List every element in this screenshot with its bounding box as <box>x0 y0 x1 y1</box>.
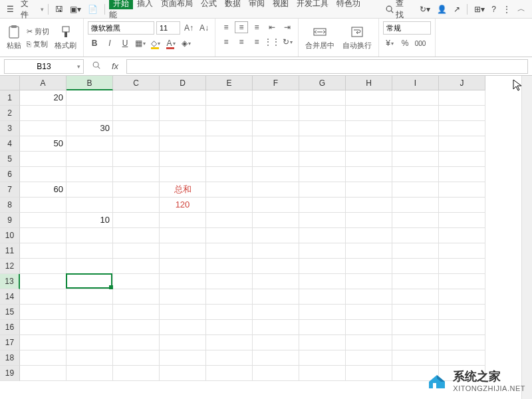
cell-J11[interactable] <box>439 243 485 259</box>
cell-B16[interactable] <box>66 320 113 335</box>
share-icon[interactable]: 👤 <box>434 3 450 15</box>
cell-A15[interactable] <box>20 305 66 320</box>
cell-B9[interactable]: 10 <box>66 213 113 228</box>
cell-H9[interactable] <box>346 213 392 228</box>
cell-E5[interactable] <box>206 152 253 167</box>
cell-A5[interactable] <box>20 152 66 167</box>
col-header-E[interactable]: E <box>206 76 253 90</box>
cell-F10[interactable] <box>253 228 299 243</box>
cell-I1[interactable] <box>392 90 439 106</box>
cell-C10[interactable] <box>113 228 160 243</box>
cell-J12[interactable] <box>439 259 485 274</box>
cell-B19[interactable] <box>66 366 113 381</box>
align-center-icon[interactable]: ≡ <box>235 36 248 48</box>
tab-3[interactable]: 公式 <box>197 0 221 9</box>
row-header-14[interactable]: 14 <box>0 289 20 305</box>
row-header-11[interactable]: 11 <box>0 243 20 259</box>
cell-H3[interactable] <box>346 121 392 136</box>
align-middle-icon[interactable]: ≡ <box>235 21 248 33</box>
cell-E1[interactable] <box>206 90 253 106</box>
tab-0[interactable]: 开始 <box>109 0 133 9</box>
tab-4[interactable]: 数据 <box>221 0 245 9</box>
cell-D16[interactable] <box>160 320 206 335</box>
cell-B1[interactable] <box>66 90 113 106</box>
tab-5[interactable]: 审阅 <box>245 0 269 9</box>
cell-D3[interactable] <box>160 121 206 136</box>
cell-G19[interactable] <box>299 366 346 381</box>
cell-B10[interactable] <box>66 228 113 243</box>
cell-H10[interactable] <box>346 228 392 243</box>
search-fx-icon[interactable] <box>89 61 104 72</box>
cell-H14[interactable] <box>346 289 392 305</box>
increase-font-icon[interactable]: A↑ <box>182 22 196 34</box>
copy-button[interactable]: ⎘复制 <box>27 39 49 49</box>
cell-F13[interactable] <box>253 274 299 289</box>
cell-D13[interactable] <box>160 274 206 289</box>
cell-I10[interactable] <box>392 228 439 243</box>
cell-E10[interactable] <box>206 228 253 243</box>
border-button[interactable]: ▦ <box>134 37 147 49</box>
cell-B18[interactable] <box>66 350 113 366</box>
cell-F14[interactable] <box>253 289 299 305</box>
cell-H1[interactable] <box>346 90 392 106</box>
cell-A4[interactable]: 50 <box>20 136 66 152</box>
row-header-10[interactable]: 10 <box>0 228 20 243</box>
save-icon[interactable]: 🖫 <box>53 3 66 15</box>
cell-A3[interactable] <box>20 121 66 136</box>
cell-H13[interactable] <box>346 274 392 289</box>
cell-B7[interactable] <box>66 182 113 198</box>
cell-A11[interactable] <box>20 243 66 259</box>
cell-H6[interactable] <box>346 167 392 182</box>
number-format-select[interactable] <box>383 21 431 35</box>
cell-I17[interactable] <box>392 335 439 350</box>
cell-B8[interactable] <box>66 198 113 213</box>
col-header-F[interactable]: F <box>253 76 299 90</box>
cell-J6[interactable] <box>439 167 485 182</box>
row-header-7[interactable]: 7 <box>0 182 20 198</box>
cell-E11[interactable] <box>206 243 253 259</box>
col-header-D[interactable]: D <box>160 76 206 90</box>
cut-button[interactable]: ✂剪切 <box>27 27 49 37</box>
cell-A7[interactable]: 60 <box>20 182 66 198</box>
tab-7[interactable]: 开发工具 <box>293 0 332 9</box>
row-header-15[interactable]: 15 <box>0 305 20 320</box>
orientation-icon[interactable]: ↻ <box>281 36 294 48</box>
col-header-B[interactable]: B <box>66 76 113 90</box>
cell-F3[interactable] <box>253 121 299 136</box>
cell-G12[interactable] <box>299 259 346 274</box>
row-header-6[interactable]: 6 <box>0 167 20 182</box>
cell-H2[interactable] <box>346 106 392 121</box>
row-header-13[interactable]: 13 <box>0 274 20 289</box>
cell-E13[interactable] <box>206 274 253 289</box>
cell-J13[interactable] <box>439 274 485 289</box>
cell-D15[interactable] <box>160 305 206 320</box>
select-all-corner[interactable] <box>0 76 20 90</box>
align-bottom-icon[interactable]: ≡ <box>250 21 263 33</box>
cell-C7[interactable] <box>113 182 160 198</box>
cell-G10[interactable] <box>299 228 346 243</box>
cell-G2[interactable] <box>299 106 346 121</box>
cell-H4[interactable] <box>346 136 392 152</box>
cell-E2[interactable] <box>206 106 253 121</box>
row-header-5[interactable]: 5 <box>0 152 20 167</box>
cell-A13[interactable] <box>20 274 66 289</box>
cell-I2[interactable] <box>392 106 439 121</box>
cell-C16[interactable] <box>113 320 160 335</box>
cell-I14[interactable] <box>392 289 439 305</box>
cell-F12[interactable] <box>253 259 299 274</box>
cell-I18[interactable] <box>392 350 439 366</box>
cell-B13[interactable] <box>66 274 113 289</box>
cell-B15[interactable] <box>66 305 113 320</box>
cell-J15[interactable] <box>439 305 485 320</box>
cell-I3[interactable] <box>392 121 439 136</box>
cell-I12[interactable] <box>392 259 439 274</box>
indent-decrease-icon[interactable]: ⇤ <box>265 21 279 33</box>
bold-button[interactable]: B <box>88 37 101 49</box>
cell-D1[interactable] <box>160 90 206 106</box>
cell-H15[interactable] <box>346 305 392 320</box>
col-header-A[interactable]: A <box>20 76 66 90</box>
cell-J18[interactable] <box>439 350 485 366</box>
fill-color-button[interactable]: ◇ <box>149 37 162 49</box>
cell-C6[interactable] <box>113 167 160 182</box>
collapse-ribbon-icon[interactable]: ︿ <box>515 2 528 16</box>
